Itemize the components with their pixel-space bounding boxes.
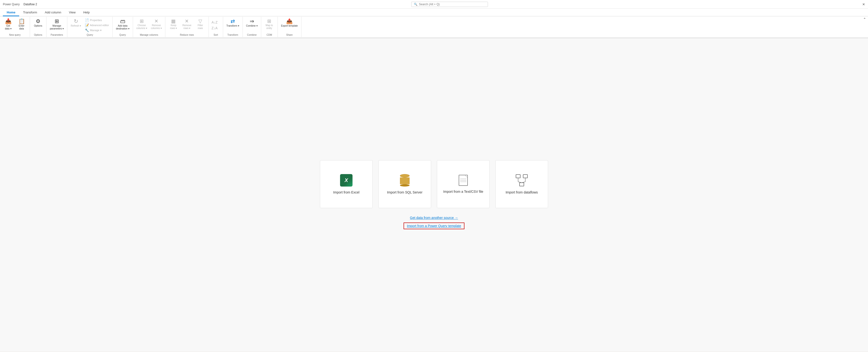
add-data-destination-button[interactable]: 🗃 Add datadestination ▾: [115, 18, 131, 31]
properties-icon: 📄: [85, 18, 89, 22]
search-bar[interactable]: 🔍: [411, 2, 488, 7]
transform-label: Transform ▾: [226, 25, 239, 27]
keep-rows-icon: ▦: [171, 19, 176, 24]
transform-button[interactable]: ⇄ Transform ▾: [225, 18, 241, 28]
refresh-icon: ↻: [74, 19, 78, 24]
advanced-editor-label: Advanced editor: [90, 24, 109, 27]
advanced-editor-button[interactable]: 📝 Advanced editor: [84, 23, 111, 28]
ribbon: 📥 Getdata ▾ 📋 Enterdata New query ⚙ Opti…: [0, 16, 868, 38]
close-button[interactable]: ✕: [862, 2, 865, 6]
cylinder-bottom: [400, 184, 409, 186]
tab-add-column[interactable]: Add column: [41, 9, 65, 16]
sort-descending-button[interactable]: Z↓A: [211, 26, 219, 30]
manage-parameters-button[interactable]: ⊞ Manageparameters ▾: [49, 18, 65, 31]
svg-rect-1: [523, 175, 527, 178]
choose-columns-button[interactable]: ⊞ Choosecolumns ▾: [135, 18, 149, 31]
parameters-group-label: Parameters: [51, 33, 63, 36]
ribbon-collapse-button[interactable]: ⌃: [861, 16, 868, 22]
advanced-editor-icon: 📝: [85, 23, 89, 27]
manage-cols-group-label: Manage columns: [140, 33, 158, 36]
svg-rect-2: [520, 183, 524, 186]
export-template-icon: 📤: [286, 19, 292, 24]
title-bar: Power Query Dataflow 2 🔍 ✕: [0, 0, 868, 9]
parameters-content: ⊞ Manageparameters ▾: [49, 18, 65, 33]
tab-transform[interactable]: Transform: [19, 9, 41, 16]
ribbon-group-share: 📤 Export template Share: [278, 17, 302, 37]
add-dest-label: Add datadestination ▾: [116, 25, 129, 30]
export-template-button[interactable]: 📤 Export template: [280, 18, 299, 28]
filter-rows-button[interactable]: ▽ Filterrows: [194, 18, 207, 31]
manage-cols-content: ⊞ Choosecolumns ▾ ✕ Removecolumns ▾: [135, 18, 163, 33]
cylinder-top: [400, 174, 409, 177]
manage-button[interactable]: 🔧 Manage ▾: [84, 28, 103, 33]
remove-rows-label: Removerows ▾: [182, 24, 191, 30]
get-data-icon: 📥: [5, 19, 11, 24]
ribbon-group-combine: ⇒ Combine ▾ Combine: [243, 17, 261, 37]
get-another-source-link[interactable]: Get data from another source →: [410, 216, 458, 219]
tab-help[interactable]: Help: [79, 9, 93, 16]
title-bar-left: Power Query Dataflow 2: [3, 3, 37, 6]
ribbon-group-add-dest: 🗃 Add datadestination ▾ Query: [113, 17, 133, 37]
properties-button[interactable]: 📄 Properties: [84, 18, 103, 23]
options-icon: ⚙: [36, 19, 40, 24]
import-sql-label: Import from SQL Server: [383, 190, 426, 194]
search-input[interactable]: [419, 3, 485, 6]
remove-rows-icon: ✕: [185, 19, 189, 24]
sort-asc-icon: A↓Z: [212, 20, 218, 24]
import-sql-card[interactable]: Import from SQL Server: [378, 160, 431, 208]
ribbon-group-cdm: ⊞ Map toentity CDM: [261, 17, 278, 37]
options-group-label: Options: [34, 33, 42, 36]
reduce-rows-content: ▦ Keeprows ▾ ✕ Removerows ▾ ▽ Filterrows: [167, 18, 207, 33]
doc-line3: [460, 181, 466, 182]
search-icon: 🔍: [414, 3, 417, 6]
get-data-button[interactable]: 📥 Getdata ▾: [2, 18, 14, 31]
remove-rows-button[interactable]: ✕ Removerows ▾: [181, 18, 193, 31]
get-data-label: Getdata ▾: [5, 25, 11, 30]
combine-button[interactable]: ⇒ Combine ▾: [245, 18, 259, 28]
remove-columns-button[interactable]: ✕ Removecolumns ▾: [150, 18, 163, 31]
refresh-button[interactable]: ↻ Refresh ▾: [69, 18, 83, 28]
options-content: ⚙ Options: [32, 18, 44, 33]
ribbon-group-new-query: 📥 Getdata ▾ 📋 Enterdata New query: [0, 17, 30, 37]
import-dataflows-label: Import from dataflows: [502, 190, 542, 194]
manage-parameters-label: Manageparameters ▾: [50, 25, 64, 30]
enter-data-label: Enterdata: [19, 25, 25, 30]
app-name: Power Query: [3, 3, 20, 6]
enter-data-icon: 📋: [19, 19, 25, 24]
doc-line1: [460, 179, 466, 179]
keep-rows-button[interactable]: ▦ Keeprows ▾: [167, 18, 180, 31]
filter-rows-icon: ▽: [198, 19, 202, 24]
cylinder-body: [400, 177, 409, 184]
map-to-entity-button[interactable]: ⊞ Map toentity: [263, 18, 276, 31]
import-cards-row: X Import from Excel Import from SQL Serv…: [320, 160, 548, 208]
manage-label: Manage ▾: [90, 29, 102, 32]
combine-group-label: Combine: [247, 33, 257, 36]
share-content: 📤 Export template: [280, 18, 299, 33]
sort-ascending-button[interactable]: A↓Z: [211, 20, 219, 25]
tab-view[interactable]: View: [65, 9, 80, 16]
ribbon-group-reduce-rows: ▦ Keeprows ▾ ✕ Removerows ▾ ▽ Filterrows…: [165, 17, 209, 37]
import-csv-card[interactable]: Import from a Text/CSV file: [437, 160, 490, 208]
tab-home[interactable]: Home: [3, 9, 19, 16]
transform-group-label: Transform: [227, 33, 238, 36]
import-template-link[interactable]: Import from a Power Query template: [404, 223, 464, 229]
excel-icon: X: [340, 174, 352, 186]
export-template-label: Export template: [281, 25, 298, 27]
ribbon-group-query: ↻ Refresh ▾ 📄 Properties 📝 Advanced edit…: [67, 17, 113, 37]
new-query-content: 📥 Getdata ▾ 📋 Enterdata: [2, 18, 28, 33]
query-small-buttons: 📄 Properties 📝 Advanced editor 🔧 Manage …: [84, 18, 111, 33]
query-group-label: Query: [87, 33, 93, 36]
options-button[interactable]: ⚙ Options: [32, 18, 44, 28]
choose-columns-label: Choosecolumns ▾: [136, 24, 147, 30]
ribbon-group-parameters: ⊞ Manageparameters ▾ Parameters: [46, 17, 67, 37]
remove-columns-icon: ✕: [154, 19, 158, 24]
links-row: Get data from another source → Import fr…: [404, 216, 464, 229]
import-excel-card[interactable]: X Import from Excel: [320, 160, 373, 208]
sort-desc-icon: Z↓A: [212, 26, 218, 30]
combine-content: ⇒ Combine ▾: [245, 18, 259, 33]
keep-rows-label: Keeprows ▾: [170, 24, 177, 30]
enter-data-button[interactable]: 📋 Enterdata: [16, 18, 28, 31]
import-dataflows-card[interactable]: Import from dataflows: [495, 160, 548, 208]
ribbon-group-options: ⚙ Options Options: [30, 17, 46, 37]
ribbon-group-transform: ⇄ Transform ▾ Transform: [223, 17, 243, 37]
